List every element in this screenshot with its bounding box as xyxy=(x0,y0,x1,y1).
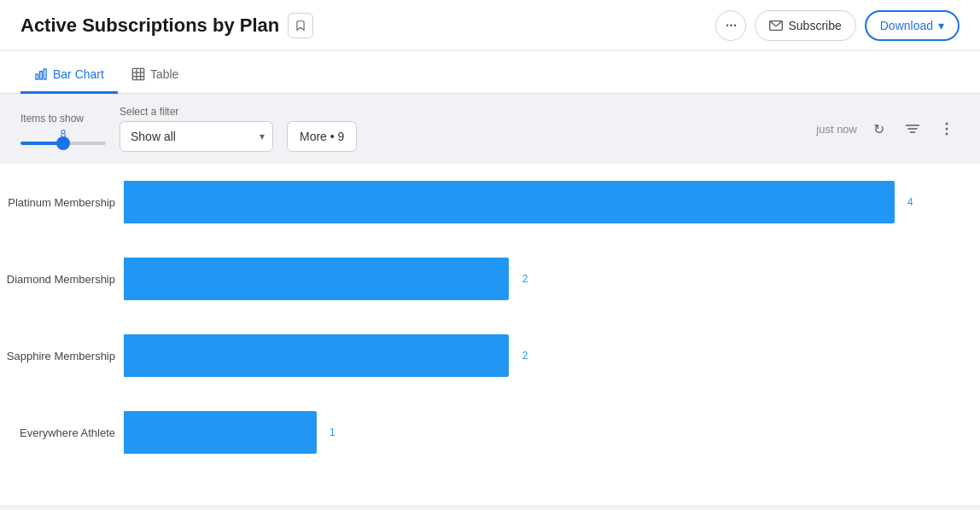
bookmark-button[interactable] xyxy=(288,13,313,38)
more-options-button[interactable]: ··· xyxy=(715,10,746,41)
svg-rect-3 xyxy=(44,69,46,79)
chart-row: Everywhere Athlete1 xyxy=(0,411,980,454)
bar-chart-icon xyxy=(34,67,48,81)
svg-point-12 xyxy=(946,123,948,125)
slider-container: 8 xyxy=(20,128,106,145)
filter-select[interactable]: Show all xyxy=(120,121,273,152)
bar-container: 2 xyxy=(124,258,980,300)
bar: 2 xyxy=(124,334,509,377)
bar-label: Sapphire Membership xyxy=(0,350,124,362)
header-left: Active Subscriptions by Plan xyxy=(20,13,313,38)
bar-value: 4 xyxy=(907,196,913,208)
items-label: Items to show xyxy=(20,113,106,125)
ellipsis-vertical-icon xyxy=(945,122,948,136)
bar: 2 xyxy=(124,258,509,300)
items-slider[interactable] xyxy=(20,142,106,145)
controls-right: just now ↻ xyxy=(816,116,960,142)
tabs-bar: Bar Chart Table xyxy=(0,51,980,94)
page-title: Active Subscriptions by Plan xyxy=(20,14,279,37)
more-filters-button[interactable]: More • 9 xyxy=(287,121,357,152)
subscribe-button[interactable]: Subscribe xyxy=(755,10,855,41)
bar-container: 4 xyxy=(124,181,980,223)
tab-table-label: Table xyxy=(150,67,178,81)
chart-row: Platinum Membership4 xyxy=(0,181,980,223)
timestamp: just now xyxy=(816,123,857,136)
bar-label: Diamond Membership xyxy=(0,273,124,286)
chart-area: Platinum Membership4Diamond Membership2S… xyxy=(0,164,980,505)
bar-label: Everywhere Athlete xyxy=(0,426,124,439)
svg-point-14 xyxy=(946,133,948,136)
chart-row: Sapphire Membership2 xyxy=(0,334,980,377)
chevron-down-icon: ▾ xyxy=(938,19,944,32)
items-to-show-control: Items to show 8 xyxy=(20,113,106,145)
refresh-button[interactable]: ↻ xyxy=(866,116,891,142)
controls-bar: Items to show 8 Select a filter Show all… xyxy=(0,94,980,164)
bar-container: 2 xyxy=(124,334,980,377)
table-icon xyxy=(131,67,145,81)
tab-bar-chart[interactable]: Bar Chart xyxy=(20,57,118,94)
header-right: ··· Subscribe Download ▾ xyxy=(715,10,960,41)
chart-row: Diamond Membership2 xyxy=(0,258,980,300)
bar-label: Platinum Membership xyxy=(0,196,124,209)
filter-options-button[interactable] xyxy=(900,116,925,142)
bar-value: 2 xyxy=(522,350,528,362)
download-button[interactable]: Download ▾ xyxy=(865,10,960,41)
bar-value: 2 xyxy=(522,273,528,285)
bar: 1 xyxy=(124,411,317,454)
vertical-more-button[interactable] xyxy=(934,116,960,142)
filter-icon xyxy=(906,123,919,135)
svg-rect-4 xyxy=(132,68,143,79)
tab-bar-chart-label: Bar Chart xyxy=(53,67,104,81)
refresh-icon: ↻ xyxy=(873,121,884,137)
bar-value: 1 xyxy=(330,426,335,438)
mail-icon xyxy=(769,20,783,31)
bar: 4 xyxy=(124,181,895,223)
tab-table[interactable]: Table xyxy=(118,57,192,94)
filter-label: Select a filter xyxy=(120,106,273,118)
filter-select-wrapper: Show all ▾ xyxy=(120,121,273,152)
bar-container: 1 xyxy=(124,411,980,454)
svg-rect-2 xyxy=(40,72,43,79)
filter-group: Select a filter Show all ▾ xyxy=(120,106,273,152)
svg-rect-1 xyxy=(36,74,38,79)
svg-point-13 xyxy=(946,128,948,130)
header: Active Subscriptions by Plan ··· Subscri… xyxy=(0,0,980,51)
